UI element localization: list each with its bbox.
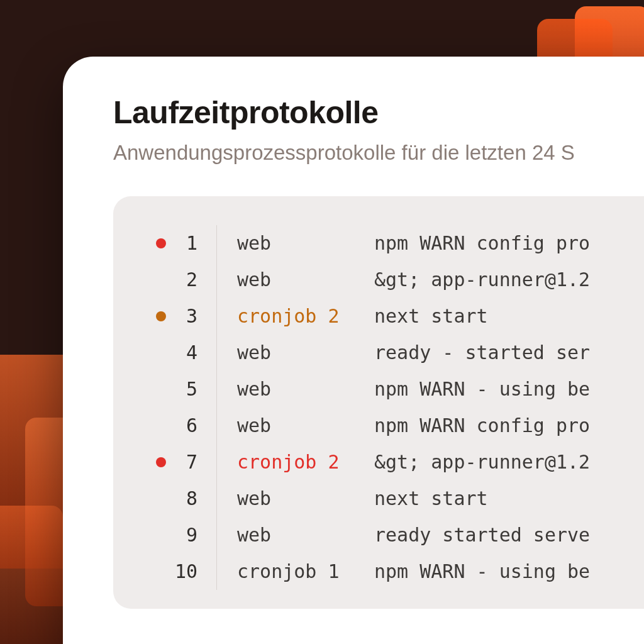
process-name: cronjob 2 <box>217 453 374 472</box>
log-message: npm WARN config pro <box>374 416 590 435</box>
process-name: web <box>217 489 374 508</box>
log-message: ready - started ser <box>374 343 590 362</box>
process-name: web <box>217 416 374 435</box>
log-gutter: 2 <box>132 262 217 298</box>
status-dot-icon <box>156 457 166 467</box>
bg-decoration <box>0 506 63 644</box>
log-message: ready started serve <box>374 526 590 545</box>
log-gutter: 9 <box>132 517 217 553</box>
status-dot-icon <box>156 311 166 321</box>
log-row[interactable]: 6 web npm WARN config pro <box>132 408 644 444</box>
log-row[interactable]: 10 cronjob 1 npm WARN - using be <box>132 553 644 590</box>
line-number: 2 <box>175 270 197 289</box>
log-gutter: 8 <box>132 480 217 517</box>
log-row[interactable]: 4 web ready - started ser <box>132 335 644 371</box>
line-number: 6 <box>175 416 197 435</box>
status-dot-icon <box>156 530 166 540</box>
status-dot-icon <box>156 348 166 358</box>
status-dot-icon <box>156 494 166 504</box>
page-subtitle: Anwendungsprozessprotokolle für die letz… <box>113 141 644 165</box>
line-number: 7 <box>175 453 197 472</box>
page-title: Laufzeitprotokolle <box>113 94 644 131</box>
line-number: 4 <box>175 343 197 362</box>
process-name: cronjob 1 <box>217 562 374 581</box>
log-row[interactable]: 3 cronjob 2 next start <box>132 298 644 335</box>
process-name: web <box>217 234 374 253</box>
log-panel: 1 web npm WARN config pro 2 web &gt; app… <box>113 196 644 609</box>
log-message: next start <box>374 307 488 326</box>
log-gutter: 6 <box>132 408 217 444</box>
line-number: 8 <box>175 489 197 508</box>
log-message: next start <box>374 489 488 508</box>
log-gutter: 3 <box>132 298 217 335</box>
line-number: 3 <box>175 307 197 326</box>
status-dot-icon <box>156 567 166 577</box>
log-row[interactable]: 7 cronjob 2 &gt; app-runner@1.2 <box>132 444 644 480</box>
line-number: 9 <box>175 526 197 545</box>
log-row[interactable]: 9 web ready started serve <box>132 517 644 553</box>
log-row[interactable]: 8 web next start <box>132 480 644 517</box>
log-gutter: 10 <box>132 553 217 590</box>
process-name: web <box>217 343 374 362</box>
status-dot-icon <box>156 275 166 285</box>
line-number: 5 <box>175 380 197 399</box>
process-name: cronjob 2 <box>217 307 374 326</box>
log-gutter: 4 <box>132 335 217 371</box>
log-message: &gt; app-runner@1.2 <box>374 270 590 289</box>
log-gutter: 1 <box>132 225 217 262</box>
log-row[interactable]: 1 web npm WARN config pro <box>132 225 644 262</box>
status-dot-icon <box>156 238 166 248</box>
status-dot-icon <box>156 421 166 431</box>
log-message: npm WARN - using be <box>374 562 590 581</box>
log-gutter: 7 <box>132 444 217 480</box>
log-row[interactable]: 5 web npm WARN - using be <box>132 371 644 408</box>
process-name: web <box>217 380 374 399</box>
logs-card: Laufzeitprotokolle Anwendungsprozessprot… <box>63 57 644 644</box>
log-message: &gt; app-runner@1.2 <box>374 453 590 472</box>
log-message: npm WARN config pro <box>374 234 590 253</box>
line-number: 1 <box>175 234 197 253</box>
log-message: npm WARN - using be <box>374 380 590 399</box>
log-gutter: 5 <box>132 371 217 408</box>
status-dot-icon <box>156 384 166 394</box>
line-number: 10 <box>175 562 197 581</box>
log-row[interactable]: 2 web &gt; app-runner@1.2 <box>132 262 644 298</box>
process-name: web <box>217 270 374 289</box>
process-name: web <box>217 526 374 545</box>
